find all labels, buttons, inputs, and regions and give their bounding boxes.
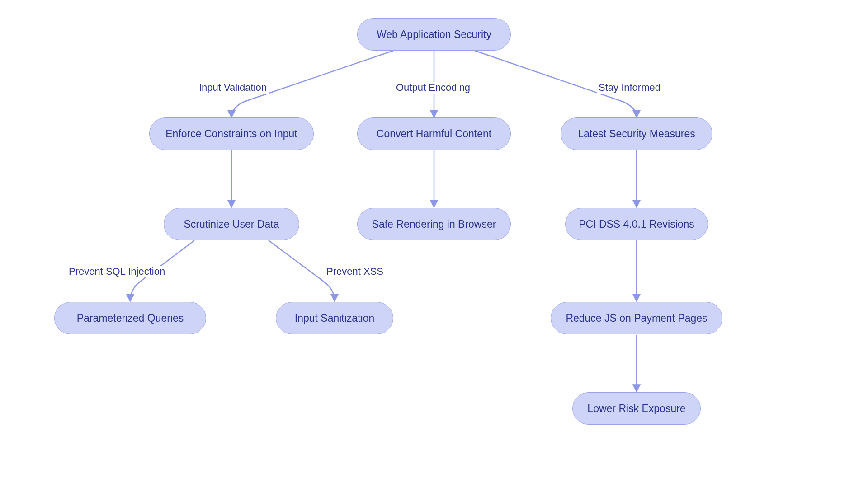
node-label: PCI DSS 4.0.1 Revisions <box>579 218 694 230</box>
node-lower: Lower Risk Exposure <box>572 392 701 425</box>
node-label: Lower Risk Exposure <box>587 403 685 415</box>
edge-label-stay-informed: Stay Informed <box>597 82 662 94</box>
edges-layer <box>0 0 868 488</box>
edge-label-prevent-sql: Prevent SQL Injection <box>67 266 167 277</box>
node-enforce: Enforce Constraints on Input <box>149 117 314 150</box>
node-label: Parameterized Queries <box>77 312 184 324</box>
node-param: Parameterized Queries <box>54 302 206 334</box>
node-label: Reduce JS on Payment Pages <box>566 312 707 324</box>
node-label: Safe Rendering in Browser <box>372 218 496 230</box>
edge-label-prevent-xss: Prevent XSS <box>325 266 385 277</box>
edge-label-input-validation: Input Validation <box>197 82 269 94</box>
node-scrutinize: Scrutinize User Data <box>164 208 299 240</box>
node-label: Enforce Constraints on Input <box>165 128 297 140</box>
node-label: Input Sanitization <box>295 312 374 324</box>
edge-label-output-encoding: Output Encoding <box>394 82 472 94</box>
node-safe: Safe Rendering in Browser <box>357 208 511 240</box>
node-label: Web Application Security <box>377 28 491 41</box>
node-label: Latest Security Measures <box>578 128 695 140</box>
diagram-canvas: Web Application Security Enforce Constra… <box>0 0 868 488</box>
node-latest: Latest Security Measures <box>561 117 712 150</box>
node-convert: Convert Harmful Content <box>357 117 511 150</box>
node-sanitize: Input Sanitization <box>276 302 393 334</box>
node-label: Convert Harmful Content <box>377 128 491 140</box>
node-root: Web Application Security <box>357 18 511 51</box>
node-pci: PCI DSS 4.0.1 Revisions <box>565 208 708 240</box>
node-label: Scrutinize User Data <box>184 218 279 230</box>
node-reduce: Reduce JS on Payment Pages <box>551 302 722 334</box>
